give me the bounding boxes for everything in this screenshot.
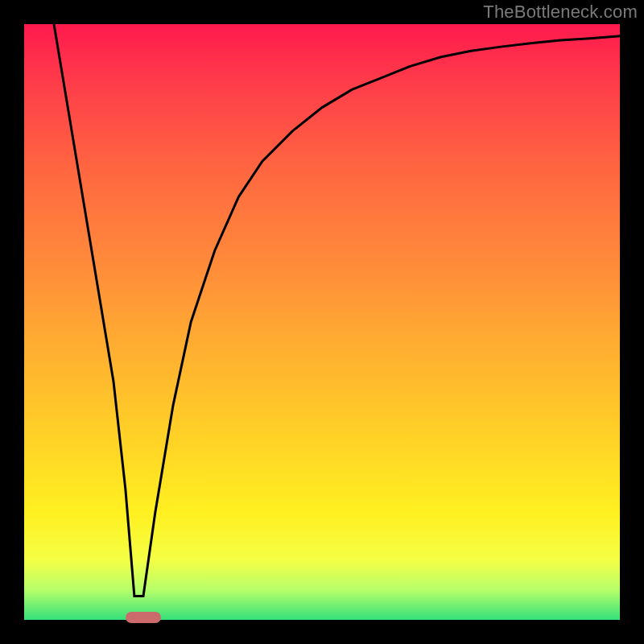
chart-container: TheBottleneck.com [0,0,644,644]
watermark-text: TheBottleneck.com [483,2,638,23]
optimal-marker [126,612,161,623]
plot-area [24,24,620,620]
bottleneck-curve [54,24,620,596]
curve-svg [24,24,620,620]
